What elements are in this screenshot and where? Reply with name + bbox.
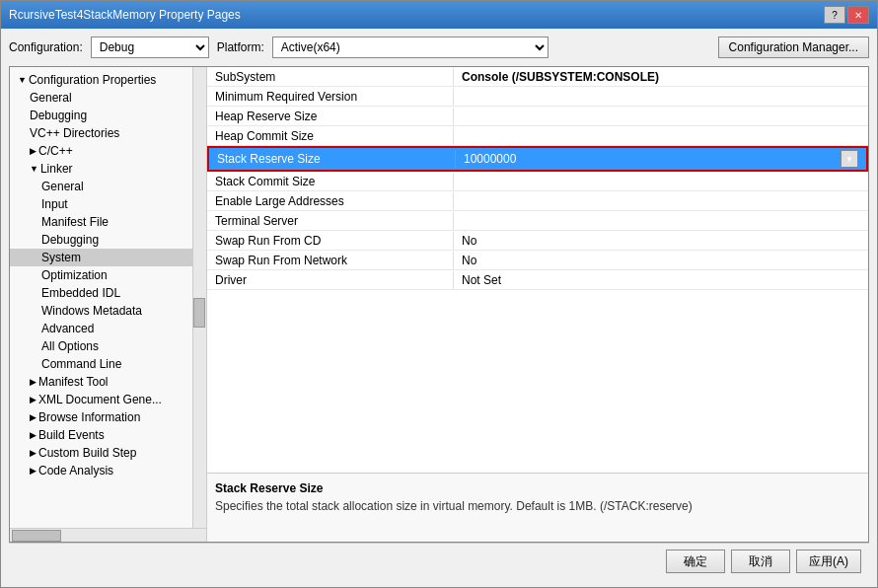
window-content: Configuration: Debug Platform: Active(x6…: [1, 29, 877, 587]
manifest-arrow: ▶: [30, 377, 37, 387]
ok-button[interactable]: 确定: [666, 550, 725, 573]
tree-item-code-analysis[interactable]: ▶ Code Analysis: [10, 462, 206, 479]
tree-item-linker-optimization[interactable]: Optimization: [10, 266, 206, 284]
tree-item-manifest[interactable]: ▶ Manifest Tool: [10, 373, 206, 391]
build-arrow: ▶: [30, 430, 37, 440]
tree-item-linker-windows[interactable]: Windows Metadata: [10, 302, 206, 320]
title-bar-buttons: ? ✕: [824, 6, 869, 24]
manifest-label: Manifest Tool: [38, 375, 108, 389]
prop-name-large-addr: Enable Large Addresses: [207, 192, 454, 210]
xml-arrow: ▶: [30, 395, 37, 404]
tree-item-vc-dirs[interactable]: VC++ Directories: [10, 124, 206, 142]
vertical-scrollbar[interactable]: [192, 67, 206, 528]
config-select[interactable]: Debug: [91, 37, 209, 58]
prop-row-stack-commit: Stack Commit Size: [207, 172, 868, 191]
prop-value-subsystem: Console (/SUBSYSTEM:CONSOLE): [454, 68, 868, 86]
prop-name-heap-reserve: Heap Reserve Size: [207, 108, 454, 125]
horizontal-scrollbar[interactable]: [10, 528, 206, 542]
tree-item-custom-build[interactable]: ▶ Custom Build Step: [10, 444, 206, 462]
prop-row-swap-cd: Swap Run From CD No: [207, 231, 868, 251]
cpp-arrow: ▶: [30, 146, 37, 156]
cpp-label: C/C++: [38, 144, 73, 158]
tree-item-build-events[interactable]: ▶ Build Events: [10, 426, 206, 444]
tree-item-linker-alloptions[interactable]: All Options: [10, 337, 206, 355]
prop-value-terminal-server: [454, 219, 868, 223]
prop-value-swap-cd: No: [454, 232, 868, 250]
prop-row-large-addr: Enable Large Addresses: [207, 191, 868, 211]
apply-button[interactable]: 应用(A): [796, 550, 861, 573]
config-row: Configuration: Debug Platform: Active(x6…: [9, 37, 869, 58]
tree-item-linker-debugging[interactable]: Debugging: [10, 231, 206, 249]
tree-item-linker-input[interactable]: Input: [10, 195, 206, 213]
custom-label: Custom Build Step: [38, 446, 136, 460]
prop-name-min-version: Minimum Required Version: [207, 88, 454, 106]
prop-row-terminal-server: Terminal Server: [207, 211, 868, 231]
cancel-button[interactable]: 取消: [731, 550, 790, 573]
platform-select[interactable]: Active(x64): [272, 37, 549, 58]
main-window: RcursiveTest4StackMemory Property Pages …: [0, 0, 878, 588]
prop-value-large-addr: [454, 199, 868, 203]
tree-item-general[interactable]: General: [10, 89, 206, 107]
prop-value-heap-commit: [454, 134, 868, 138]
tree-item-linker-cmdline[interactable]: Command Line: [10, 355, 206, 373]
tree-item-xml-doc[interactable]: ▶ XML Document Gene...: [10, 391, 206, 408]
custom-arrow: ▶: [30, 448, 37, 458]
right-panel: SubSystem Console (/SUBSYSTEM:CONSOLE) M…: [207, 67, 868, 542]
prop-name-stack-reserve: Stack Reserve Size: [209, 150, 456, 168]
prop-name-swap-network: Swap Run From Network: [207, 252, 454, 269]
v-scroll-thumb[interactable]: [193, 298, 205, 328]
config-manager-button[interactable]: Configuration Manager...: [718, 37, 869, 58]
tree-item-linker[interactable]: ▼ Linker: [10, 160, 206, 178]
prop-row-heap-commit: Heap Commit Size: [207, 126, 868, 146]
prop-value-text: 10000000: [464, 152, 516, 166]
tree-item-browse[interactable]: ▶ Browse Information: [10, 408, 206, 426]
platform-label: Platform:: [217, 40, 264, 54]
prop-row-stack-reserve[interactable]: Stack Reserve Size 10000000 ▼: [207, 146, 868, 172]
tree-item-cpp[interactable]: ▶ C/C++: [10, 142, 206, 160]
h-scroll-thumb[interactable]: [12, 530, 61, 542]
prop-dropdown-button[interactable]: ▼: [841, 150, 858, 168]
description-title: Stack Reserve Size: [215, 481, 860, 495]
bottom-buttons: 确定 取消 应用(A): [9, 543, 869, 579]
window-title: RcursiveTest4StackMemory Property Pages: [9, 8, 241, 22]
tree-item-linker-system[interactable]: System: [10, 249, 206, 266]
properties-table: SubSystem Console (/SUBSYSTEM:CONSOLE) M…: [207, 67, 868, 473]
prop-name-driver: Driver: [207, 271, 454, 289]
tree-item-debugging[interactable]: Debugging: [10, 107, 206, 124]
prop-row-min-version: Minimum Required Version: [207, 87, 868, 107]
title-bar: RcursiveTest4StackMemory Property Pages …: [1, 1, 877, 29]
prop-value-swap-network: No: [454, 252, 868, 269]
prop-value-heap-reserve: [454, 114, 868, 118]
prop-name-subsystem: SubSystem: [207, 68, 454, 86]
main-panel: ▼ Configuration Properties General Debug…: [9, 66, 869, 543]
build-label: Build Events: [38, 428, 105, 442]
prop-value-driver: Not Set: [454, 271, 868, 289]
expand-arrow: ▼: [18, 75, 27, 85]
tree-item-linker-advanced[interactable]: Advanced: [10, 320, 206, 337]
prop-value-min-version: [454, 95, 868, 99]
browse-arrow: ▶: [30, 412, 37, 422]
config-label: Configuration:: [9, 40, 83, 54]
prop-row-driver: Driver Not Set: [207, 270, 868, 290]
linker-label: Linker: [40, 162, 73, 176]
prop-row-swap-network: Swap Run From Network No: [207, 251, 868, 270]
prop-name-terminal-server: Terminal Server: [207, 212, 454, 230]
prop-name-swap-cd: Swap Run From CD: [207, 232, 454, 250]
prop-value-stack-commit: [454, 180, 868, 184]
tree-panel: ▼ Configuration Properties General Debug…: [10, 67, 206, 528]
prop-row-heap-reserve: Heap Reserve Size: [207, 107, 868, 126]
xml-label: XML Document Gene...: [38, 393, 162, 406]
help-button[interactable]: ?: [824, 6, 845, 24]
code-label: Code Analysis: [38, 464, 113, 478]
tree-item-linker-embedded[interactable]: Embedded IDL: [10, 284, 206, 302]
tree-item-linker-general[interactable]: General: [10, 178, 206, 195]
close-button[interactable]: ✕: [847, 6, 869, 24]
description-text: Specifies the total stack allocation siz…: [215, 499, 860, 513]
prop-value-text: Console (/SUBSYSTEM:CONSOLE): [462, 70, 659, 84]
code-arrow: ▶: [30, 466, 37, 476]
tree-item-config-props[interactable]: ▼ Configuration Properties: [10, 71, 206, 89]
description-panel: Stack Reserve Size Specifies the total s…: [207, 473, 868, 542]
tree-item-linker-manifest[interactable]: Manifest File: [10, 213, 206, 231]
tree-label: Configuration Properties: [29, 73, 156, 87]
browse-label: Browse Information: [38, 410, 140, 424]
